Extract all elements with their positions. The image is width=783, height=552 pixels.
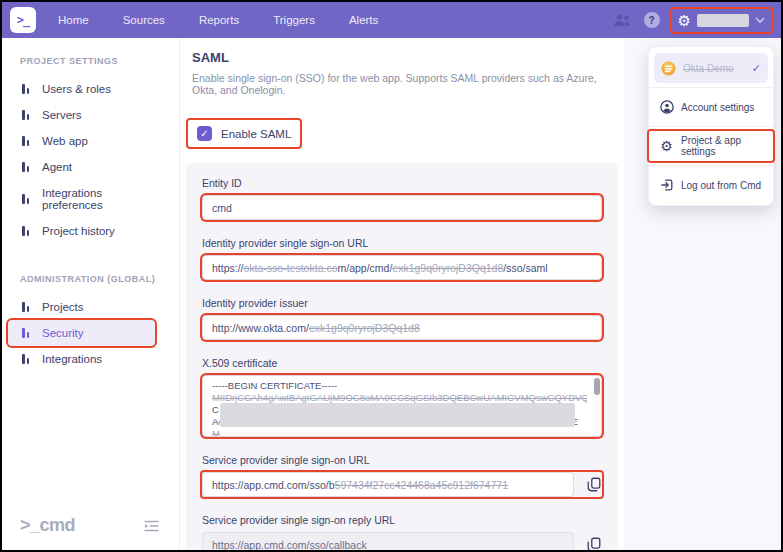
topbar-right: ? ⚙ (613, 9, 781, 32)
sidebar-section-title: PROJECT SETTINGS (20, 56, 179, 66)
enable-saml-label: Enable SAML (221, 128, 291, 140)
list-bullet-icon (22, 226, 29, 236)
sp-sso-url-row: https://app.cmd.com/sso/b597434f27cc4244… (202, 472, 602, 497)
certificate-line: -----BEGIN CERTIFICATE----- (212, 380, 587, 392)
project-icon (661, 60, 676, 77)
redacted-text: 597434f27cc424468a45c912f674771 (335, 479, 508, 491)
redacted-text: exk1g9q0ryrojD3Qq1d8 (309, 322, 420, 334)
menu-divider (649, 165, 773, 166)
page-title: SAML (192, 50, 612, 65)
sidebar-item-label: Integrations preferences (42, 187, 155, 211)
value-text: -----BEGIN CERTIFICATE----- (212, 380, 337, 391)
nav-item-sources[interactable]: Sources (123, 14, 165, 26)
value-text: http://www.okta.com/ (212, 322, 309, 334)
list-bullet-icon (22, 302, 29, 312)
topbar: >_ HomeSourcesReportsTriggersAlerts ? ⚙ (2, 2, 781, 38)
gear-icon: ⚙ (678, 13, 691, 28)
menu-item-label: Project & app settings (681, 135, 763, 157)
users-icon[interactable] (613, 13, 632, 27)
sidebar-item-label: Security (42, 327, 84, 339)
field-label-idp-sso-url: Identity provider single sign-on URL (202, 237, 602, 249)
value-text: https:// (212, 262, 244, 274)
list-bullet-icon (22, 136, 29, 146)
sidebar-item-security[interactable]: Security (8, 320, 155, 346)
sidebar-item-integrations-preferences[interactable]: Integrations preferences (8, 180, 155, 218)
menu-item-current-project[interactable]: Okta Demo✓ (654, 53, 768, 83)
menu-item-project-app-settings[interactable]: ⚙Project & app settings (649, 131, 773, 161)
chevron-down-icon (755, 17, 765, 24)
textarea-scrollbar[interactable] (593, 377, 600, 435)
cmd-logo[interactable]: >_ (10, 7, 36, 33)
sidebar-item-label: Servers (42, 109, 82, 121)
sidebar-item-users-roles[interactable]: Users & roles (8, 76, 155, 102)
scrollbar-thumb[interactable] (594, 378, 600, 395)
saml-settings-panel: SAML Enable single sign-on (SSO) for the… (180, 38, 624, 550)
value-text: cmd (212, 202, 232, 214)
app-window: >_ HomeSourcesReportsTriggersAlerts ? ⚙ … (0, 0, 783, 552)
field-label-sp-sso-url: Service provider single sign-on URL (202, 454, 602, 466)
redacted-text: M (212, 428, 220, 437)
gear-icon: ⚙ (659, 139, 674, 153)
field-label-sp-sso-reply-url: Service provider single sign-on reply UR… (202, 514, 602, 526)
user-dropdown-menu: Okta Demo✓Account settings⚙Project & app… (648, 46, 774, 206)
list-bullet-icon (22, 162, 29, 172)
idp-sso-url-row: https://okta-sso-testokta.com/app/cmd/ex… (202, 255, 602, 280)
help-icon[interactable]: ? (644, 12, 660, 28)
list-bullet-icon (22, 194, 29, 204)
x509-certificate-textarea[interactable]: -----BEGIN CERTIFICATE-----MIIDrjCCAh4gA… (202, 375, 602, 437)
nav-item-home[interactable]: Home (58, 14, 89, 26)
sidebar: PROJECT SETTINGSUsers & rolesServersWeb … (2, 38, 180, 550)
menu-item-account-settings[interactable]: Account settings (649, 92, 773, 122)
nav-item-triggers[interactable]: Triggers (273, 14, 315, 26)
menu-item-label: Log out from Cmd (681, 180, 761, 191)
entity-id-row: cmd (202, 195, 602, 220)
sidebar-item-project-history[interactable]: Project history (8, 218, 155, 244)
idp-sso-url-input[interactable]: https://okta-sso-testokta.com/app/cmd/ex… (202, 255, 602, 280)
collapse-sidebar-icon[interactable] (144, 520, 159, 532)
value-text: https://app.cmd.com/sso/callback (212, 539, 367, 551)
sidebar-item-integrations[interactable]: Integrations (8, 346, 155, 372)
sidebar-item-label: Users & roles (42, 83, 111, 95)
field-sp-sso-reply-url: Service provider single sign-on reply UR… (202, 514, 602, 552)
user-menu[interactable]: ⚙ (672, 9, 771, 32)
page-description: Enable single sign-on (SSO) for the web … (192, 72, 612, 96)
value-text: https://app.cmd.com/sso/b (212, 479, 335, 491)
enable-saml-row[interactable]: ✓ Enable SAML (188, 120, 300, 147)
main-nav: HomeSourcesReportsTriggersAlerts (58, 14, 378, 26)
sidebar-item-agent[interactable]: Agent (8, 154, 155, 180)
field-idp-sso-url: Identity provider single sign-on URLhttp… (202, 237, 602, 280)
sidebar-item-label: Project history (42, 225, 115, 237)
sidebar-item-label: Web app (42, 135, 88, 147)
value-text: C (212, 404, 219, 415)
sidebar-item-label: Projects (42, 301, 84, 313)
menu-divider (649, 126, 773, 127)
cmd-wordmark: >_cmd (20, 515, 75, 536)
entity-id-input[interactable]: cmd (202, 195, 602, 220)
field-sp-sso-url: Service provider single sign-on URLhttps… (202, 454, 602, 497)
certificate-line: M (212, 428, 587, 437)
field-x509-certificate: X.509 certificate-----BEGIN CERTIFICATE-… (202, 357, 602, 437)
sidebar-item-projects[interactable]: Projects (8, 294, 155, 320)
idp-issuer-row: http://www.okta.com/exk1g9q0ryrojD3Qq1d8 (202, 315, 602, 340)
redacted-username (697, 14, 749, 27)
menu-item-log-out[interactable]: Log out from Cmd (649, 170, 773, 200)
nav-item-alerts[interactable]: Alerts (349, 14, 378, 26)
sp-sso-reply-url-row: https://app.cmd.com/sso/callback (202, 532, 602, 552)
sp-sso-url-input[interactable]: https://app.cmd.com/sso/b597434f27cc4244… (202, 472, 574, 497)
sidebar-item-web-app[interactable]: Web app (8, 128, 155, 154)
menu-divider (649, 87, 773, 88)
enable-saml-checkbox[interactable]: ✓ (197, 126, 212, 141)
sidebar-footer: >_cmd (20, 515, 159, 536)
sidebar-item-label: Agent (42, 161, 72, 173)
list-bullet-icon (22, 354, 29, 364)
redacted-text: exk1g9q0ryrojD3Qq1d8 (392, 262, 503, 274)
sidebar-item-servers[interactable]: Servers (8, 102, 155, 128)
nav-item-reports[interactable]: Reports (199, 14, 239, 26)
copy-icon[interactable] (586, 476, 602, 493)
list-bullet-icon (22, 328, 29, 338)
copy-icon[interactable] (586, 536, 602, 552)
idp-issuer-input[interactable]: http://www.okta.com/exk1g9q0ryrojD3Qq1d8 (202, 315, 602, 340)
field-entity-id: Entity IDcmd (202, 177, 602, 220)
sp-sso-reply-url-input[interactable]: https://app.cmd.com/sso/callback (202, 532, 574, 552)
value-text: m/app/cmd/ (337, 262, 392, 274)
